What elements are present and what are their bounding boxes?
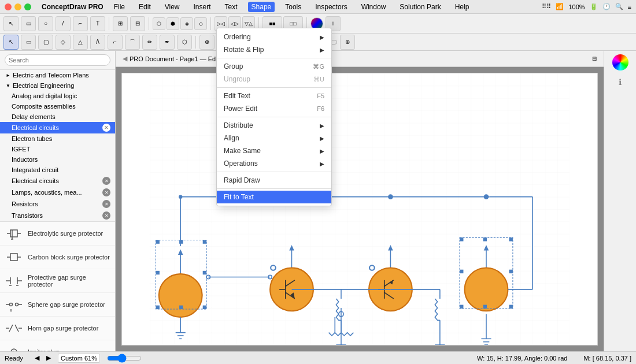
sidebar-search-area <box>0 51 115 70</box>
library-toggle[interactable]: ⊞ <box>113 16 128 31</box>
svg-point-79 <box>484 194 489 199</box>
maximize-button[interactable] <box>24 3 31 10</box>
search-icon[interactable]: 🔍 <box>615 3 623 10</box>
sidebar-item-elec-circuits[interactable]: Electrical circuits ✕ <box>0 122 115 133</box>
menu-distribute[interactable]: Distribute ▶ <box>217 119 331 132</box>
menu-make-same[interactable]: Make Same ▶ <box>217 144 331 157</box>
sidebar-item-inductors[interactable]: Inductors <box>0 154 115 165</box>
arrow-select[interactable]: ↖ <box>3 35 19 50</box>
svg-point-52 <box>179 195 182 198</box>
shape-item-elec-surge[interactable]: Electrolytic surge protector <box>0 222 115 246</box>
diamond-select[interactable]: ◇ <box>56 35 71 50</box>
search-input[interactable] <box>5 54 110 66</box>
svg-rect-87 <box>483 237 487 241</box>
arc-select[interactable]: ⌒ <box>125 35 140 50</box>
menu-solution-park[interactable]: Solution Park <box>396 2 444 12</box>
sidebar-item-integrated[interactable]: Integrated circuit <box>0 165 115 175</box>
text-tool[interactable]: T <box>90 16 105 31</box>
canvas[interactable] <box>121 73 598 346</box>
connector-select[interactable]: ⌐ <box>108 35 123 50</box>
line-tool[interactable]: / <box>56 16 71 31</box>
sidebar-item-delay[interactable]: Delay elements <box>0 112 115 122</box>
shape-btn2[interactable]: ⬢ <box>167 17 179 30</box>
menu-rotate-flip[interactable]: Rotate & Flip ▶ <box>217 43 331 56</box>
svg-rect-48 <box>179 240 183 243</box>
sidebar-item-electrical-eng[interactable]: ▼ Electrical Engineering <box>0 80 115 91</box>
menu-tools[interactable]: Tools <box>282 2 305 12</box>
triangle-select[interactable]: △ <box>73 35 88 50</box>
sidebar-item-elec-circuits2[interactable]: Electrical circuits ✕ <box>0 175 115 187</box>
sep-d <box>217 172 331 172</box>
minimize-button[interactable] <box>14 3 21 10</box>
badge2: ✕ <box>102 177 110 185</box>
page-back[interactable]: ◀ <box>123 55 127 62</box>
shape-item-horn-surge[interactable]: Horn gap surge protector <box>0 317 115 340</box>
canvas-controls[interactable]: ⊟ <box>592 55 597 62</box>
shape-btn1[interactable]: ⬡ <box>153 17 165 30</box>
sidebar-item-resistors[interactable]: Resistors ✕ <box>0 198 115 210</box>
svg-rect-45 <box>203 306 206 309</box>
shape-item-protective-surge[interactable]: Protective gap surge protector <box>0 269 115 293</box>
shape-item-sphere-surge[interactable]: Sphere gap surge protector <box>0 293 115 317</box>
menu-file[interactable]: File <box>110 2 128 12</box>
zoom-display[interactable]: Custom 61% <box>58 354 100 363</box>
para-select[interactable]: /\ <box>90 35 105 50</box>
menu-align[interactable]: Align ▶ <box>217 132 331 144</box>
svg-point-78 <box>465 268 508 311</box>
color-wheel-btn[interactable] <box>612 54 628 70</box>
scroll-hbar[interactable] <box>107 354 142 363</box>
menu-group[interactable]: Group ⌘G <box>217 60 331 73</box>
sidebar-item-lamps[interactable]: Lamps, acoustics, mea... ✕ <box>0 187 115 198</box>
menu-inspectors[interactable]: Inspectors <box>312 2 350 12</box>
sep-e <box>217 188 331 189</box>
freehand-select[interactable]: ✏ <box>142 35 157 50</box>
info-panel-btn[interactable]: ℹ <box>611 73 630 91</box>
sidebar-item-electric-plans[interactable]: ► Electric and Telecom Plans <box>0 70 115 80</box>
sep3 <box>210 17 211 30</box>
sidebar-item-analog[interactable]: Analog and digital logic <box>0 91 115 101</box>
circuit-svg <box>122 73 597 345</box>
menu-window[interactable]: Window <box>358 2 390 12</box>
rect-tool[interactable]: ▭ <box>21 16 36 31</box>
select-tool[interactable]: ↖ <box>3 16 19 31</box>
menu-ungroup[interactable]: Ungroup ⌘U <box>217 73 331 86</box>
shape-btn4[interactable]: ◇ <box>194 17 207 30</box>
scrollbar-prev[interactable]: ◀ <box>35 354 39 362</box>
menu-shape[interactable]: Shape <box>248 2 275 12</box>
menu-power-edit[interactable]: Power Edit F6 <box>217 102 331 115</box>
shape-item-igniter[interactable]: Igniter plug <box>0 340 115 351</box>
menu-fit-to-text[interactable]: Fit to Text <box>217 191 331 203</box>
sidebar-item-transistors[interactable]: Transistors ✕ <box>0 210 115 221</box>
svg-point-74 <box>388 194 393 199</box>
svg-rect-33 <box>150 73 570 345</box>
sidebar-item-electron-tubes[interactable]: Electron tubes <box>0 133 115 144</box>
ellipse-tool[interactable]: ○ <box>38 16 53 31</box>
shape-btn3[interactable]: ◈ <box>180 17 193 30</box>
close-button[interactable] <box>5 3 12 10</box>
round-rect-select[interactable]: ▢ <box>38 35 53 50</box>
menu-rapid-draw[interactable]: Rapid Draw <box>217 174 331 187</box>
menu-text[interactable]: Text <box>221 2 241 12</box>
canvas-inner <box>122 73 597 345</box>
pencil-select[interactable]: ✒ <box>160 35 175 50</box>
sidebar-item-igfet[interactable]: IGFET <box>0 144 115 154</box>
menu-edit-text[interactable]: Edit Text F5 <box>217 90 331 102</box>
menu-insert[interactable]: Insert <box>190 2 215 12</box>
svg-rect-82 <box>509 237 513 241</box>
sidebar-item-composite[interactable]: Composite assemblies <box>0 101 115 112</box>
polygon-select[interactable]: ⬡ <box>177 35 192 50</box>
menu-ordering[interactable]: Ordering ▶ <box>217 31 331 43</box>
menu-help[interactable]: Help <box>452 2 473 12</box>
svg-rect-46 <box>156 271 160 274</box>
svg-rect-86 <box>509 270 513 273</box>
scrollbar-next[interactable]: ▶ <box>46 354 51 362</box>
search-tool[interactable]: ⊟ <box>130 16 145 31</box>
zoom-plus[interactable]: ⊕ <box>340 35 355 50</box>
rect-select[interactable]: ▭ <box>21 35 36 50</box>
shape-item-carbon-surge[interactable]: Carbon block surge protector <box>0 246 115 269</box>
menu-view[interactable]: View <box>161 2 183 12</box>
menu-edit[interactable]: Edit <box>135 2 154 12</box>
menu-operations[interactable]: Operations ▶ <box>217 157 331 170</box>
connector-tool[interactable]: ⌐ <box>73 16 88 31</box>
zoom-in[interactable]: ⊕ <box>199 35 215 50</box>
